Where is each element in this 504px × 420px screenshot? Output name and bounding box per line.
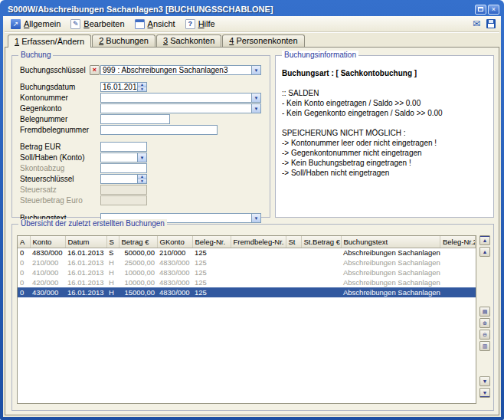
field-label-belegnummer: Belegnummer <box>20 115 90 123</box>
table-cell: Abschreibungen Sachanlagen <box>341 248 440 258</box>
menu-ansicht[interactable]: Ansicht <box>130 18 180 30</box>
soll-haben-combobox[interactable]: ▼ <box>100 153 147 162</box>
chevron-down-icon[interactable]: ▼ <box>251 94 260 102</box>
column-header[interactable]: St.Betrag € <box>301 236 341 248</box>
buchungsschluessel-combobox[interactable]: 999 : Abschreibungen Sachanlagen3▼ <box>100 65 261 75</box>
column-header[interactable]: Fremdbeleg-Nr. <box>231 236 286 248</box>
tab-personenkonten[interactable]: 4 Personenkonten <box>222 34 304 47</box>
clear-buchungsschluessel-button[interactable]: × <box>90 65 100 75</box>
column-header[interactable]: Datum <box>65 236 106 248</box>
details-button[interactable]: ▤ <box>479 307 490 317</box>
column-header[interactable]: Konto <box>30 236 65 248</box>
table-cell: H <box>106 287 119 297</box>
betrag-eur-field[interactable] <box>100 142 147 152</box>
fremdbelegnummer-field[interactable] <box>100 125 218 135</box>
table-row[interactable]: 0420/00016.01.2013H10000,004830/000125Ab… <box>18 277 476 287</box>
table-cell: 0 <box>18 248 30 258</box>
close-button[interactable]: × <box>488 5 499 15</box>
table-row[interactable]: 0410/00016.01.2013H10000,004830/000125Ab… <box>18 267 476 277</box>
menu-hilfe[interactable]: ? Hilfe <box>181 18 220 30</box>
buchungen-table: AKontoDatumSBetrag €GKontoBeleg-Nr.Fremd… <box>17 235 476 404</box>
table-cell: 420/000 <box>30 277 65 287</box>
zoom-out-button[interactable]: ⊖ <box>479 330 490 340</box>
table-cell: 16.01.2013 <box>65 248 106 258</box>
window-title: S000W/Abschreibungen Sachanlagen3 [BUCHU… <box>8 5 473 14</box>
tab-sachkonten[interactable]: 3 Sachkonten <box>156 34 221 47</box>
table-row[interactable]: 04830/00016.01.2013S50000,00210/000125Ab… <box>18 248 476 258</box>
chevron-down-icon[interactable]: ▼ <box>251 214 260 222</box>
field-row-kontonummer: Kontonummer▼ <box>20 93 265 103</box>
table-cell: 0 <box>18 277 30 287</box>
gegenkonto-combobox[interactable]: ▼ <box>100 103 261 113</box>
table-cell: 125 <box>192 267 231 277</box>
info-line: -> Kontonummer leer oder nicht eingetrag… <box>282 138 487 148</box>
menu-allgemein[interactable]: ↗ Allgemein <box>6 18 65 30</box>
column-header[interactable]: Beleg-Nr. <box>192 236 231 248</box>
section-uebersicht: Übersicht der zuletzt erstellten Buchung… <box>11 224 494 411</box>
info-line: -> Kein Buchungsbetrag eingetragen ! <box>282 158 487 168</box>
table-cell <box>440 248 476 258</box>
table-cell: 4830/000 <box>157 277 192 287</box>
column-header[interactable]: Beleg-Nr.2 <box>440 236 476 248</box>
scroll-up-button[interactable]: ▲ <box>479 247 490 257</box>
table-cell <box>286 267 301 277</box>
table-cell: 125 <box>192 258 231 267</box>
table-cell: 125 <box>192 248 231 258</box>
column-header[interactable]: St <box>286 236 301 248</box>
table-body: 04830/00016.01.2013S50000,00210/000125Ab… <box>18 248 476 297</box>
skontoabzug-field[interactable] <box>100 163 147 173</box>
table-row[interactable]: 0210/00016.01.2013H25000,004830/000125Ab… <box>18 258 476 267</box>
tab-buchungen[interactable]: 2 Buchungen <box>92 34 155 47</box>
column-header[interactable]: S <box>106 236 119 248</box>
field-row-belegnummer: Belegnummer <box>20 114 265 124</box>
column-header[interactable]: A <box>18 236 30 248</box>
table-cell <box>301 277 341 287</box>
scroll-down-button[interactable]: ▼ <box>479 376 490 386</box>
kontonummer-combobox[interactable]: ▼ <box>100 93 261 103</box>
table-cell: 25000,00 <box>119 258 157 267</box>
scroll-top-button[interactable]: ▲ <box>479 235 490 245</box>
buchungsdatum-field[interactable]: 16.01.2013▲▼ <box>100 82 147 92</box>
info-line: Buchungsart : [ Sachkontobuchung ] <box>282 68 487 78</box>
field-row-soll-haben: Soll/Haben (Konto)▼ <box>20 153 265 162</box>
help-icon: ? <box>185 19 195 29</box>
steuerschluessel-field[interactable]: ▲▼ <box>100 174 147 184</box>
field-row-buchungsdatum: Buchungsdatum16.01.2013▲▼ <box>20 82 265 92</box>
table-cell: 430/000 <box>30 287 65 297</box>
table-cell <box>231 258 286 267</box>
chevron-down-icon[interactable]: ▼ <box>137 153 146 162</box>
mail-button[interactable]: ✉ <box>470 18 483 30</box>
spin-down-icon[interactable]: ▼ <box>138 87 146 91</box>
scroll-bottom-button[interactable]: ▼ <box>479 388 490 398</box>
steuerbetrag-euro-field <box>100 195 147 205</box>
table-cell: 210/000 <box>30 258 65 267</box>
column-header[interactable]: Buchungstext <box>341 236 440 248</box>
info-line: -> Gegenkontonummer nicht eingetragen <box>282 148 487 158</box>
columns-button[interactable]: ▥ <box>479 341 490 351</box>
zoom-in-button[interactable]: ⊕ <box>479 318 490 328</box>
menu-bearbeiten[interactable]: ✎ Bearbeiten <box>66 18 129 30</box>
column-header[interactable]: Betrag € <box>119 236 157 248</box>
info-line: SPEICHERUNG NICHT MÖGLICH : <box>282 128 487 138</box>
spin-down-icon[interactable]: ▼ <box>138 179 146 183</box>
save-button[interactable] <box>484 18 498 30</box>
tab-erfassen-aendern[interactable]: 1 Erfassen/Ändern <box>8 34 91 48</box>
buchungsdatum-stepper: ▲▼ <box>137 83 146 91</box>
table-cell: 125 <box>192 287 231 297</box>
client-area: ↗ Allgemein ✎ Bearbeiten Ansicht ? Hilfe… <box>3 16 501 417</box>
menu-bearbeiten-label: Bearbeiten <box>83 19 124 28</box>
buchung-group-title: Buchung <box>18 51 53 59</box>
table-cell <box>231 287 286 297</box>
belegnummer-field[interactable] <box>100 114 170 124</box>
uebersicht-group-title: Übersicht der zuletzt erstellten Buchung… <box>18 219 167 228</box>
chevron-down-icon[interactable]: ▼ <box>251 104 260 113</box>
chevron-down-icon[interactable]: ▼ <box>251 66 260 74</box>
table-cell: 50000,00 <box>119 248 157 258</box>
buchung-fields: Buchungsschlüssel×999 : Abschreibungen S… <box>12 64 270 224</box>
table-row[interactable]: 0430/00016.01.2013H15000,004830/000125Ab… <box>18 287 476 297</box>
clear-icon: × <box>93 67 97 74</box>
column-header[interactable]: GKonto <box>157 236 192 248</box>
field-label-gegenkonto: Gegenkonto <box>20 104 90 113</box>
restore-button[interactable] <box>475 5 486 15</box>
field-row-betrag-eur: Betrag EUR <box>20 142 265 152</box>
